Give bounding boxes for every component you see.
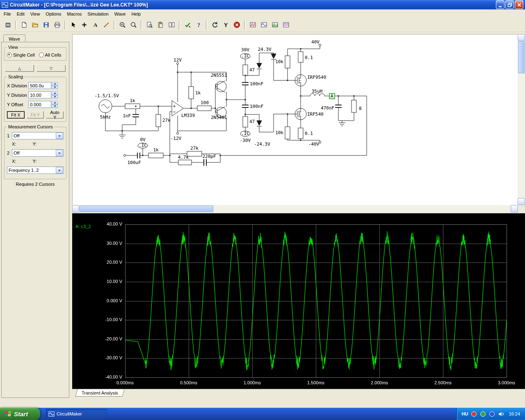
window-title: CircuitMaker - [C:\Program Files\...\izé… [10,2,496,8]
open-file-icon [32,21,39,28]
menu-options[interactable]: Options [43,10,64,18]
menu-file[interactable]: File [1,10,14,18]
scroll-down-button[interactable] [518,198,525,205]
scroll-up-button[interactable] [518,34,525,41]
print-button[interactable] [52,19,63,30]
y-tick-label: -30.00 V [86,355,122,360]
spinner-down-icon [52,105,58,108]
diodes [257,54,276,126]
schematic-horizontal-scrollbar[interactable] [72,205,518,212]
scope-d-button[interactable] [281,19,292,30]
scope-b-button[interactable] [258,19,269,30]
wave-previous-button[interactable]: △ [5,65,34,72]
simulation-check-button[interactable] [182,19,193,30]
y-tick-label: -10.00 V [86,317,122,322]
zoom-tool-button[interactable] [128,19,139,30]
menu-macros[interactable]: Macros [64,10,84,18]
y-offset-input[interactable] [28,101,51,108]
waveform-canvas[interactable] [72,213,525,389]
cursor-function-select[interactable]: Frequency 1..2 [7,167,64,174]
x-division-spinner[interactable] [52,82,58,89]
scroll-right-button[interactable] [511,205,518,212]
fit-x-button[interactable]: Fit X [7,111,25,119]
schematic-vertical-scrollbar[interactable] [518,34,525,205]
y-division-input[interactable] [28,91,51,98]
schematic-canvas[interactable]: -1.5/1.5V5kHz1k1nF27kLM33912V-12V1k1002N… [72,34,518,205]
radio-all-cells[interactable]: All Cells [39,52,62,57]
tray-icon-green[interactable] [480,411,486,417]
volume-icon[interactable] [498,411,504,417]
taskbar-button-circuitmaker[interactable]: CircuitMaker [46,409,107,419]
place-part-button[interactable] [79,19,90,30]
component-label: .IC [139,143,147,148]
probe-y-button[interactable]: Y [220,19,231,30]
component-label: 1k [130,98,135,103]
clipboard-button[interactable] [155,19,166,30]
wave-next-button[interactable]: ▽ [37,65,66,72]
parts-bin-button[interactable] [2,19,14,30]
waveform-panel: A: c3_240.00 V30.00 V20.00 V10.00 V0.000… [72,213,525,389]
help-button[interactable]: ? [193,19,204,30]
component-label: IRF9540 [307,75,326,80]
component-label: 1k [195,90,201,96]
cursor-function-value: Frequency 1..2 [7,168,55,173]
close-button[interactable] [515,0,523,9]
save-file-button[interactable] [41,19,52,30]
menu-wave[interactable]: Wave [112,10,129,18]
triangle-up-icon: △ [18,66,21,71]
chevron-down-icon[interactable] [56,150,63,156]
scope-d-icon [283,21,290,28]
component-label: 100nF [250,104,263,109]
tab-transient-analysis[interactable]: Transient Analysis [75,389,124,397]
new-file-button[interactable] [18,19,30,30]
chevron-down-icon[interactable] [56,132,63,139]
x-division-input[interactable] [28,82,51,89]
chevron-down-icon[interactable] [56,167,63,173]
component-label: -40V [308,142,320,147]
component-label: 2N5551 [211,73,227,78]
y-division-spinner[interactable] [52,91,58,98]
tray-icon-blue[interactable] [489,411,495,417]
stop-simulation-button[interactable] [231,19,242,30]
rotate-tool-button[interactable] [209,19,220,30]
component-label: 0.1 [305,55,313,60]
vertical-scroll-thumb[interactable] [518,41,525,73]
spinner-up-icon [52,101,58,105]
minimize-button[interactable] [496,0,504,9]
menu-simulation[interactable]: Simulation [84,10,111,18]
radio-single-cell-dot[interactable] [7,52,12,57]
cursor1-select[interactable]: Off [12,132,64,139]
toolbar-separator [141,21,142,30]
bottom-tabstrip: Transient Analysis [72,389,525,399]
text-tool-button[interactable]: A [90,19,101,30]
component-label: 5kHz [100,114,111,120]
select-arrow-button[interactable] [68,19,79,30]
language-indicator[interactable]: HU [462,411,468,416]
arrow-up-icon [520,36,523,38]
tab-wave[interactable]: Wave [3,34,25,43]
scroll-left-button[interactable] [72,205,79,212]
scope-a-button[interactable] [247,19,258,30]
radio-single-cell[interactable]: Single Cell [7,52,35,57]
windows-logo-icon [4,410,12,418]
wire-tool-button[interactable] [101,19,112,30]
horizontal-scroll-thumb[interactable] [80,205,213,212]
radio-all-cells-dot[interactable] [39,52,44,57]
tray-icon-red[interactable] [471,411,477,417]
cursor2-select[interactable]: Off [12,149,64,157]
menu-edit[interactable]: Edit [14,10,27,18]
open-file-button[interactable] [30,19,41,30]
y-offset-spinner[interactable] [52,101,58,108]
menu-view[interactable]: View [27,10,43,18]
wire-tool-icon [103,21,110,28]
restore-button[interactable] [505,0,514,9]
auto-y-button[interactable]: Auto Y [46,111,64,119]
scope-c-button[interactable] [269,19,281,30]
component-label: 2N5401 [211,115,227,120]
start-button[interactable]: Start [0,408,40,420]
zoom-select-button[interactable] [117,19,128,30]
split-view-button[interactable] [166,19,177,30]
fit-y-button[interactable]: Fit Y [27,111,44,119]
view-page-button[interactable] [144,19,155,30]
menu-help[interactable]: Help [128,10,144,18]
